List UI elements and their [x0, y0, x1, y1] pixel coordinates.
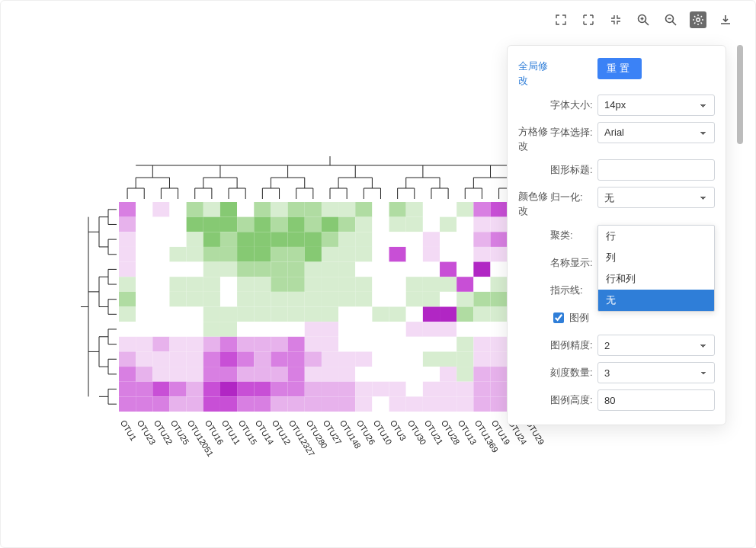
svg-rect-433 [220, 396, 237, 412]
svg-rect-134 [237, 217, 254, 232]
reset-button[interactable]: 重置 [597, 58, 642, 79]
svg-rect-216 [355, 262, 372, 277]
svg-rect-231 [187, 277, 203, 292]
svg-rect-260 [254, 292, 271, 307]
svg-rect-393 [389, 367, 406, 382]
svg-rect-271 [440, 292, 456, 307]
svg-rect-446 [440, 396, 456, 412]
legend-precision-select[interactable]: 2 [597, 335, 715, 356]
normalize-label: 归一化: [550, 187, 597, 208]
cluster-option-row[interactable]: 行 [598, 226, 714, 247]
svg-rect-208 [220, 262, 237, 277]
svg-rect-285 [254, 307, 271, 322]
svg-rect-414 [322, 382, 338, 397]
cluster-dropdown-open[interactable]: 行 列 行和列 无 [597, 225, 715, 312]
svg-rect-128 [136, 217, 152, 232]
svg-rect-188 [305, 247, 322, 262]
svg-rect-274 [491, 292, 508, 307]
svg-rect-143 [389, 217, 406, 232]
normalize-select[interactable]: 无 [597, 187, 715, 208]
section-global[interactable]: 全局修改 [518, 56, 550, 88]
svg-rect-369 [406, 351, 423, 367]
font-size-label: 字体大小: [550, 95, 597, 116]
section-grid[interactable]: 方格修改 [518, 122, 550, 154]
legend-height-input[interactable] [597, 389, 715, 411]
svg-rect-398 [473, 367, 490, 382]
svg-rect-308 [220, 322, 237, 337]
svg-rect-184 [237, 247, 254, 262]
svg-rect-270 [423, 292, 440, 307]
cluster-option-both[interactable]: 行和列 [598, 268, 714, 290]
svg-rect-428 [136, 396, 152, 412]
svg-rect-435 [254, 396, 271, 412]
settings-icon[interactable] [690, 11, 706, 28]
svg-rect-215 [338, 262, 355, 277]
svg-rect-364 [322, 351, 338, 367]
svg-rect-230 [169, 277, 186, 292]
svg-rect-397 [456, 367, 473, 382]
svg-rect-407 [203, 382, 220, 397]
section-color[interactable]: 颜色修改 [518, 187, 550, 219]
svg-rect-236 [271, 277, 287, 292]
svg-rect-193 [389, 247, 406, 262]
svg-rect-112 [288, 202, 305, 217]
svg-rect-347 [456, 337, 473, 352]
font-size-select[interactable]: 14px [597, 95, 715, 116]
svg-rect-383 [220, 367, 237, 382]
chart-title-input[interactable] [597, 159, 715, 181]
svg-rect-213 [305, 262, 322, 277]
svg-rect-108 [220, 202, 237, 217]
fullscreen-icon[interactable] [580, 11, 597, 28]
svg-rect-334 [237, 337, 254, 352]
svg-rect-416 [355, 382, 372, 397]
svg-rect-403 [136, 382, 152, 397]
svg-rect-167 [372, 232, 389, 247]
svg-rect-187 [288, 247, 305, 262]
zoom-in-icon[interactable] [635, 11, 652, 28]
svg-rect-203 [136, 262, 152, 277]
svg-rect-181 [187, 247, 203, 262]
svg-rect-186 [271, 247, 287, 262]
expand-icon[interactable] [553, 11, 569, 28]
font-family-select[interactable]: Arial [597, 122, 715, 143]
svg-rect-102 [119, 202, 136, 217]
compress-icon[interactable] [607, 11, 624, 28]
zoom-out-icon[interactable] [662, 11, 679, 28]
legend-precision-label: 图例精度: [550, 335, 597, 356]
svg-rect-257 [203, 292, 220, 307]
svg-rect-217 [372, 262, 389, 277]
cluster-option-none[interactable]: 无 [598, 290, 714, 311]
svg-rect-343 [389, 337, 406, 352]
svg-rect-354 [152, 351, 169, 367]
svg-rect-212 [288, 262, 305, 277]
svg-rect-341 [355, 337, 372, 352]
svg-rect-417 [372, 382, 389, 397]
svg-rect-349 [491, 337, 508, 352]
download-icon[interactable] [717, 11, 734, 28]
svg-rect-158 [220, 232, 237, 247]
svg-rect-138 [305, 217, 322, 232]
svg-rect-255 [169, 292, 186, 307]
svg-rect-447 [456, 396, 473, 412]
svg-rect-436 [271, 396, 287, 412]
legend-checkbox[interactable] [553, 312, 564, 323]
tick-count-label: 刻度数量: [550, 362, 597, 383]
svg-rect-240 [338, 277, 355, 292]
tick-count-select[interactable]: 3 [597, 362, 715, 383]
svg-rect-366 [355, 351, 372, 367]
svg-rect-152 [119, 232, 136, 247]
svg-rect-144 [406, 217, 423, 232]
svg-rect-415 [338, 382, 355, 397]
panel-scrollbar[interactable] [737, 45, 743, 339]
svg-rect-277 [119, 307, 136, 322]
svg-rect-315 [338, 322, 355, 337]
svg-rect-396 [440, 367, 456, 382]
svg-rect-149 [491, 217, 508, 232]
svg-rect-309 [237, 322, 254, 337]
svg-rect-303 [136, 322, 152, 337]
svg-rect-316 [355, 322, 372, 337]
svg-rect-127 [119, 217, 136, 232]
cluster-option-col[interactable]: 列 [598, 247, 714, 268]
svg-rect-324 [491, 322, 508, 337]
svg-rect-131 [187, 217, 203, 232]
